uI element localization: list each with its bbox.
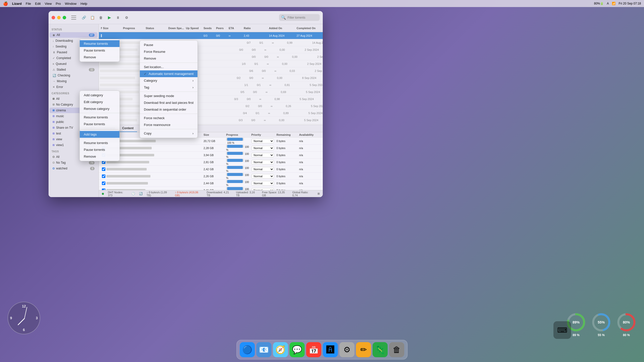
sidebar-item-stalled[interactable]: ⚠ Stalled 32 — [50, 67, 98, 72]
ctx-resume-torrents[interactable]: Resume torrents — [80, 40, 119, 47]
table-row[interactable]: 0/6 0/0 ∞ 0,03 2 Sep 2024 9 Sep 2024 19 … — [99, 67, 323, 74]
settings-button[interactable]: ⚙ — [123, 14, 130, 21]
col-status[interactable]: Status — [145, 27, 167, 30]
col-name[interactable]: Name — [100, 27, 102, 30]
ctx-edit-category[interactable]: Edit category — [80, 99, 119, 105]
ctx-pause[interactable]: Pause — [140, 41, 197, 48]
col-peers[interactable]: Peers — [215, 27, 228, 30]
file-row[interactable]: 2,44 GB 100 % Normal 0 bytes n/a — [99, 180, 323, 187]
col-completed[interactable]: Completed On — [296, 27, 323, 30]
ctx-auto-management[interactable]: Automatic torrent management — [140, 70, 197, 77]
col-down-speed[interactable]: Down Spe... — [167, 27, 185, 30]
ctx-force-reannounce[interactable]: Force reannounce — [140, 121, 197, 128]
dock-appstore[interactable]: 🅰 — [323, 342, 338, 357]
table-row[interactable]: 0/0 0/0 ∞ 0,00 2 Sep 2024 n/a n/a — [99, 46, 323, 53]
ctx-pause-torrents[interactable]: Pause torrents — [80, 47, 119, 54]
pause-button[interactable]: ⏸ — [114, 14, 122, 21]
play-button[interactable]: ▶ — [106, 14, 113, 21]
sidebar-toggle[interactable] — [71, 16, 76, 20]
sidebar-item-moving[interactable]: → Moving — [50, 78, 98, 84]
file-row[interactable]: 2,26 GB 100 % Normal 0 bytes n/a — [99, 173, 323, 180]
priority-select[interactable]: Normal — [251, 160, 274, 164]
table-row[interactable]: 0/4 0/1 ∞ 0,89 5 Sep 2024 5 Sep 2024 14 … — [99, 110, 323, 117]
file-priority[interactable]: NormalHighMaximumDo not download — [250, 139, 275, 143]
file-row[interactable]: 2,81 GB 100 % Normal 0 bytes n/a — [99, 159, 323, 166]
ctx-dl-sequential[interactable]: Download in sequential order — [140, 106, 197, 113]
stats-button[interactable]: 📋 — [89, 14, 96, 21]
col-added[interactable]: Added On — [268, 27, 296, 30]
file-checkbox[interactable] — [102, 182, 105, 185]
table-row[interactable]: 0/2 0/0 ∞ 0,26 5 Sep 2024 5 Sep 2024 13 … — [99, 103, 323, 110]
file-row[interactable]: 2,42 GB 100 % Normal 0 bytes n/a — [99, 166, 323, 173]
dock-safari[interactable]: 🧭 — [273, 342, 288, 357]
ctx-category[interactable]: Category — [140, 77, 197, 84]
dock-mail[interactable]: 📧 — [256, 342, 271, 357]
priority-select[interactable]: Normal — [251, 146, 274, 150]
table-row[interactable]: 0/3 0/0 ∞ 0,98 5 Sep 2024 5 Sep 2024 16 … — [99, 96, 323, 103]
ctx-remove-secondary[interactable]: Remove — [80, 54, 119, 61]
search-input[interactable] — [288, 16, 318, 19]
priority-select[interactable]: Normal — [251, 174, 274, 178]
ctx-remove-category[interactable]: Remove category — [80, 105, 119, 112]
tab-content[interactable]: Content — [119, 125, 137, 132]
col-up-speed[interactable]: Up Speed — [185, 27, 203, 30]
menu-view[interactable]: View — [45, 2, 52, 6]
app-menu-lizard[interactable]: Lizard — [12, 2, 22, 6]
col-seeds[interactable]: Seeds — [203, 27, 215, 30]
ctx-cat-resume[interactable]: Resume torrents — [80, 114, 119, 121]
file-row[interactable]: 2,41 GB 100 % Normal 0 bytes n/a — [99, 187, 323, 190]
table-row[interactable]: 0/7 0/1 ∞ 0,99 14 Aug 2024 26 Aug 2024 2… — [99, 39, 323, 46]
ctx-copy[interactable]: Copy — [140, 130, 197, 137]
dock-calendar[interactable]: 📅 — [306, 342, 321, 357]
menu-file[interactable]: File — [26, 2, 31, 6]
menu-edit[interactable]: Edit — [35, 2, 41, 6]
priority-select[interactable]: Normal — [251, 167, 274, 171]
table-row[interactable]: 1/1 0/1 ∞ 0,81 5 Sep 2024 n/a 20 Sep 202… — [99, 81, 323, 88]
table-row[interactable]: 0/5 0/0 ∞ 0,69 5 Sep 2024 8 Sep 2024 20 … — [99, 88, 323, 96]
rss-button[interactable]: 🔗 — [80, 14, 87, 21]
col-size[interactable]: Size — [102, 27, 122, 30]
ctx-tag-remove[interactable]: Remove — [80, 153, 119, 160]
col-ratio[interactable]: Ratio — [243, 27, 268, 30]
priority-select[interactable]: NormalHighMaximumDo not download — [251, 139, 274, 143]
ctx-dl-first-last[interactable]: Download first and last pieces first — [140, 99, 197, 106]
ctx-cat-pause[interactable]: Pause torrents — [80, 121, 119, 127]
table-row[interactable]: 0/2 0/0 ∞ 0,00 8 Sep 2024 8 Sep 2024 20 … — [99, 74, 323, 81]
table-row[interactable]: 0/0 0/0 ∞ 0,00 2 Sep 2024 12 Sep 2024 12… — [99, 53, 323, 60]
ctx-tag[interactable]: Tag — [140, 84, 197, 91]
close-button[interactable] — [52, 16, 55, 19]
menu-pro[interactable]: Pro — [56, 2, 61, 6]
table-row[interactable]: 0/3 0/0 ∞ 0,00 5 Sep 2024 5 Sep 2024 19 … — [99, 117, 323, 124]
sidebar-item-watched[interactable]: watched 8 — [50, 166, 98, 171]
apple-menu[interactable]: 🍎 — [3, 1, 8, 6]
ctx-force-recheck[interactable]: Force recheck — [140, 115, 197, 121]
ctx-add-tags[interactable]: Add tags — [80, 131, 119, 138]
sidebar-item-checking[interactable]: 🔄 Checking — [50, 73, 98, 78]
priority-select[interactable]: Normal — [251, 153, 274, 157]
minimize-button[interactable] — [57, 16, 61, 19]
file-row[interactable]: ▼ 20,72 GB 100 % NormalHighMaximumDo not… — [99, 138, 323, 145]
file-row[interactable]: 3,94 GB 100 % Normal 0 bytes n/a — [99, 152, 323, 159]
dock-lizard[interactable]: 🦎 — [373, 342, 388, 357]
ctx-set-location[interactable]: Set location... — [140, 64, 197, 70]
dock-finder[interactable]: 🔵 — [240, 342, 255, 357]
search-box[interactable]: 🔍 — [279, 14, 320, 21]
ctx-remove[interactable]: Remove — [140, 55, 197, 62]
file-row[interactable]: 2,28 GB 100 % Normal 0 bytes n/a — [99, 145, 323, 152]
menu-window[interactable]: Window — [65, 2, 76, 6]
table-row[interactable]: 1/0 0/1 ∞ 0,00 2 Sep 2024 n/a 20 Sep 202… — [99, 60, 323, 67]
expand-icon[interactable]: ⊞ — [317, 192, 320, 195]
delete-button[interactable]: 🗑 — [97, 14, 104, 21]
menu-help[interactable]: Help — [80, 2, 87, 6]
file-checkbox[interactable] — [102, 167, 105, 171]
priority-select[interactable]: Normal — [251, 181, 274, 186]
ctx-tag-pause[interactable]: Pause torrents — [80, 146, 119, 153]
table-row[interactable]: 0/3 0/0 ∞ 0,80 5 Sep 2024 5 Sep 2024 19 … — [99, 124, 323, 125]
file-checkbox[interactable] — [102, 174, 105, 178]
ctx-super-seeding[interactable]: Super seeding mode — [140, 93, 197, 99]
col-eta[interactable]: ETA — [228, 27, 243, 30]
dock-sysprefs[interactable]: ⚙ — [339, 342, 354, 357]
dock-scripteditor[interactable]: ✏ — [356, 342, 371, 357]
table-row[interactable]: ████████████████████████ 0/3 0/0 ∞ 2,43 … — [99, 32, 323, 39]
sidebar-item-queued[interactable]: ≡ Queued — [50, 61, 98, 67]
